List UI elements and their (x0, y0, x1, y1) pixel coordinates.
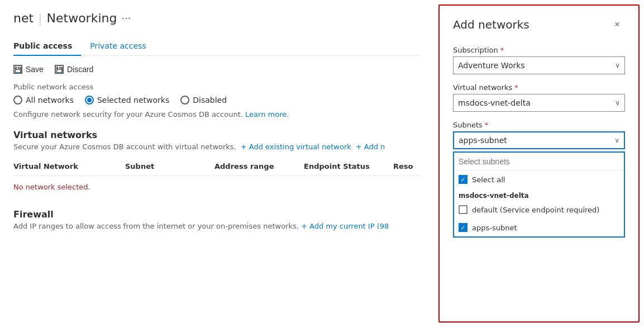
tab-bar: Public access Private access (13, 36, 421, 56)
save-icon: 💾 (13, 65, 22, 74)
subscription-dropdown[interactable]: Adventure Works ∨ (453, 56, 625, 74)
col-address-range: Address range (214, 162, 304, 170)
tab-private-access[interactable]: Private access (90, 37, 155, 56)
access-section-label: Public network access (13, 83, 421, 91)
col-endpoint-status: Endpoint Status (304, 162, 393, 170)
title-pipe: | (38, 11, 42, 25)
select-all-checkmark: ✓ (460, 176, 465, 183)
page-title-prefix: net (13, 11, 34, 25)
radio-circle-all (13, 96, 22, 105)
table-body: No network selected. (13, 176, 421, 198)
subnet-checkbox-apps[interactable]: ✓ (459, 223, 468, 232)
col-reso: Reso (393, 162, 421, 170)
discard-button[interactable]: 💾 Discard (55, 65, 93, 74)
col-virtual-network: Virtual Network (13, 162, 125, 170)
virtual-networks-dropdown[interactable]: msdocs-vnet-delta ∨ (453, 94, 625, 112)
toolbar: 💾 Save 💾 Discard (13, 65, 421, 74)
virtual-networks-label: Virtual networks * (453, 83, 625, 92)
subnets-field-group: Subnets * apps-subnet ∨ ✓ Select all msd… (453, 121, 625, 238)
firewall-section: Firewall Add IP ranges to allow access f… (13, 209, 421, 230)
subnets-required: * (485, 121, 489, 129)
select-all-checkbox[interactable]: ✓ (459, 175, 468, 184)
virtual-networks-desc: Secure your Azure Cosmos DB account with… (13, 143, 421, 151)
table-header: Virtual Network Subnet Address range End… (13, 158, 421, 176)
radio-circle-disabled (180, 96, 189, 105)
vnet-dropdown-arrow: ∨ (615, 99, 620, 107)
discard-icon: 💾 (55, 65, 64, 74)
add-new-vnet-link[interactable]: + Add n (356, 143, 385, 151)
access-radio-group: All networks Selected networks Disabled (13, 96, 421, 105)
page-title-ellipsis[interactable]: ··· (121, 12, 131, 24)
learn-more-link[interactable]: Learn more. (245, 110, 289, 119)
subscription-label: Subscription * (453, 46, 625, 54)
subscription-dropdown-arrow: ∨ (615, 61, 620, 69)
select-all-item[interactable]: ✓ Select all (454, 170, 624, 188)
col-subnet: Subnet (125, 162, 214, 170)
subnet-item-apps[interactable]: ✓ apps-subnet (454, 219, 624, 236)
radio-all-networks[interactable]: All networks (13, 96, 74, 105)
close-panel-button[interactable]: × (609, 17, 625, 32)
subnet-group-label: msdocs-vnet-delta (454, 188, 624, 201)
subnets-label: Subnets * (453, 121, 625, 129)
subnet-checkbox-default[interactable] (459, 205, 468, 214)
add-networks-panel: Add networks × Subscription * Adventure … (438, 4, 640, 323)
subnets-dropdown-arrow: ∨ (614, 136, 619, 144)
subnet-item-default[interactable]: default (Service endpoint required) (454, 201, 624, 219)
no-data-message: No network selected. (13, 183, 90, 191)
radio-disabled[interactable]: Disabled (180, 96, 227, 105)
subnet-search-input[interactable] (454, 153, 624, 170)
info-text: Configure network security for your Azur… (13, 110, 421, 119)
panel-title: Add networks (453, 18, 529, 31)
virtual-networks-title: Virtual networks (13, 130, 421, 140)
subnet-apps-checkmark: ✓ (460, 224, 465, 231)
left-panel: net | Networking ··· Public access Priva… (0, 0, 434, 327)
tab-public-access[interactable]: Public access (13, 37, 81, 56)
subscription-required: * (500, 46, 504, 54)
subnet-selection-container: ✓ Select all msdocs-vnet-delta default (… (453, 151, 625, 238)
vnet-required: * (514, 83, 518, 92)
virtual-networks-field-group: Virtual networks * msdocs-vnet-delta ∨ (453, 83, 625, 112)
save-button[interactable]: 💾 Save (13, 65, 44, 74)
subnets-dropdown[interactable]: apps-subnet ∨ (453, 131, 625, 149)
firewall-title: Firewall (13, 209, 421, 220)
subscription-field-group: Subscription * Adventure Works ∨ (453, 46, 625, 74)
add-current-ip-link[interactable]: + Add my current IP (98 (301, 222, 389, 230)
radio-selected-networks[interactable]: Selected networks (85, 96, 169, 105)
panel-header: Add networks × (453, 17, 625, 32)
firewall-desc: Add IP ranges to allow access from the i… (13, 222, 421, 230)
page-title-main: Networking (47, 11, 117, 25)
radio-circle-selected (85, 96, 94, 105)
add-existing-vnet-link[interactable]: + Add existing virtual network (241, 143, 351, 151)
page-title-bar: net | Networking ··· (13, 11, 421, 25)
